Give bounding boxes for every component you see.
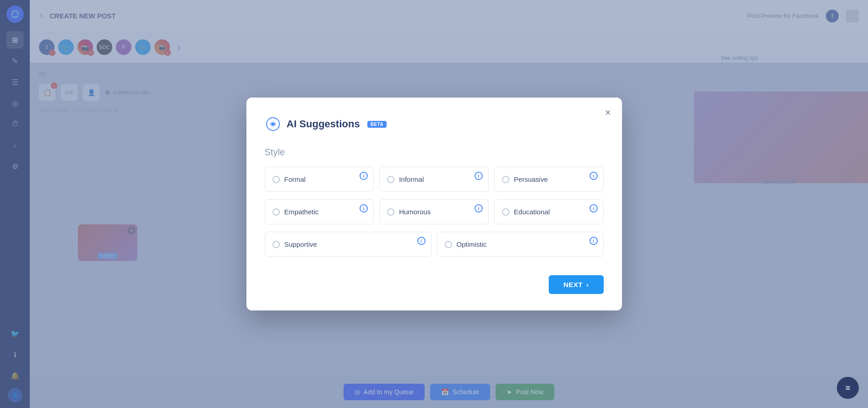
style-radio-supportive xyxy=(273,241,280,248)
style-label-supportive: Supportive xyxy=(284,240,317,248)
info-icon-formal[interactable]: i xyxy=(360,172,368,180)
modal-title: AI Suggestions xyxy=(287,118,360,130)
chat-fab-icon: ≡ xyxy=(846,383,851,393)
style-options-row3: Supportive i Optimistic i xyxy=(265,232,604,257)
modal-overlay: AI Suggestions BETA × Style Formal i Inf… xyxy=(0,0,868,408)
style-label-humorous: Humorous xyxy=(399,208,431,216)
ai-icon xyxy=(265,116,281,132)
style-options-row1: Formal i Informal i Persuasive i xyxy=(265,167,604,192)
info-icon-optimistic[interactable]: i xyxy=(590,237,598,245)
chat-fab-button[interactable]: ≡ xyxy=(837,377,859,399)
next-button[interactable]: NEXT › xyxy=(549,275,604,294)
style-radio-empathetic xyxy=(273,208,280,216)
modal-close-button[interactable]: × xyxy=(603,106,613,120)
modal-footer: NEXT › xyxy=(265,275,604,294)
style-radio-formal xyxy=(273,176,280,183)
style-label-optimistic: Optimistic xyxy=(457,240,487,248)
info-icon-empathetic[interactable]: i xyxy=(360,204,368,212)
style-options-row2: Empathetic i Humorous i Educational i xyxy=(265,199,604,224)
style-radio-informal xyxy=(387,176,394,183)
style-option-supportive[interactable]: Supportive i xyxy=(265,232,431,257)
style-option-educational[interactable]: Educational i xyxy=(494,199,604,224)
style-option-empathetic[interactable]: Empathetic i xyxy=(265,199,374,224)
style-label-empathetic: Empathetic xyxy=(284,208,319,216)
info-icon-supportive[interactable]: i xyxy=(417,237,426,245)
style-radio-educational xyxy=(502,208,509,216)
style-option-optimistic[interactable]: Optimistic i xyxy=(437,232,604,257)
info-icon-educational[interactable]: i xyxy=(590,204,598,212)
style-label-persuasive: Persuasive xyxy=(514,175,548,183)
ai-suggestions-modal: AI Suggestions BETA × Style Formal i Inf… xyxy=(246,98,622,310)
info-icon-informal[interactable]: i xyxy=(475,172,483,180)
style-label-educational: Educational xyxy=(514,208,550,216)
style-option-persuasive[interactable]: Persuasive i xyxy=(494,167,604,192)
next-arrow-icon: › xyxy=(586,281,589,288)
next-button-label: NEXT xyxy=(563,281,583,288)
style-section-title: Style xyxy=(265,147,604,158)
style-label-informal: Informal xyxy=(399,175,424,183)
style-option-informal[interactable]: Informal i xyxy=(379,167,489,192)
style-radio-persuasive xyxy=(502,176,509,183)
style-radio-optimistic xyxy=(445,241,452,248)
style-option-humorous[interactable]: Humorous i xyxy=(379,199,489,224)
style-label-formal: Formal xyxy=(284,175,306,183)
style-option-formal[interactable]: Formal i xyxy=(265,167,374,192)
beta-badge: BETA xyxy=(367,121,387,128)
info-icon-persuasive[interactable]: i xyxy=(590,172,598,180)
style-radio-humorous xyxy=(387,208,394,216)
modal-header: AI Suggestions BETA xyxy=(265,116,604,132)
info-icon-humorous[interactable]: i xyxy=(475,204,483,212)
svg-point-5 xyxy=(272,123,274,125)
